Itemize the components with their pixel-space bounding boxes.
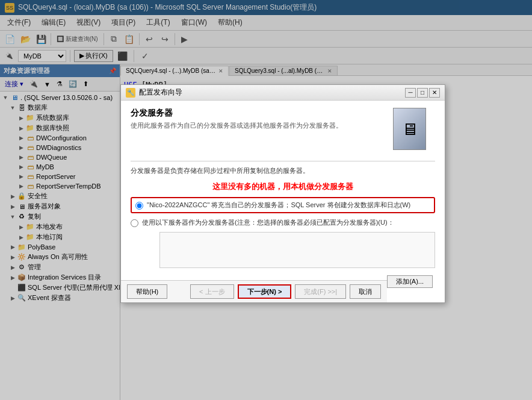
next-button[interactable]: 下一步(N) > xyxy=(238,284,292,299)
dialog-header-section: 🖥 分发服务器 使用此服务器作为自己的分发服务器或选择其他服务器作为分发服务器。 xyxy=(131,108,435,156)
dialog-section-title: 分发服务器 xyxy=(131,108,435,119)
dialog-maximize-btn[interactable]: □ xyxy=(417,88,428,98)
dialog-titlebar: 🔧 配置发布向导 ─ □ ✕ xyxy=(121,85,445,101)
dialog-window-title: 配置发布向导 xyxy=(139,87,182,98)
dialog-minimize-btn[interactable]: ─ xyxy=(405,88,416,98)
distributor-section: 添加(A)... xyxy=(145,232,435,268)
footer-left: 帮助(H) xyxy=(127,284,167,299)
footer-right: < 上一步 下一步(N) > 完成(F) >>| 取消 xyxy=(190,284,381,299)
dialog-annotation: 这里没有多的机器，用本机做分发服务器 xyxy=(131,181,435,192)
option2-radio[interactable] xyxy=(131,219,138,227)
dialog-overlay: 🔧 配置发布向导 ─ □ ✕ 🖥 分发服务器 使用此服务器作为自己的分发服务器或… xyxy=(0,0,532,400)
add-button[interactable]: 添加(A)... xyxy=(387,275,433,288)
option1-container: "Nico-2022ANZGCC" 将充当自己的分发服务器；SQL Server… xyxy=(131,197,435,213)
finish-button[interactable]: 完成(F) >>| xyxy=(295,284,346,299)
section-header: 分发服务器 使用此服务器作为自己的分发服务器或选择其他服务器作为分发服务器。 xyxy=(131,108,435,130)
option2-container: 使用以下服务器作为分发服务器(注意：您选择的服务器必须已配置为分发服务器)(U)… xyxy=(131,218,435,227)
option1-radio[interactable] xyxy=(135,202,143,210)
dialog-divider1 xyxy=(131,161,435,161)
dialog-win-buttons: ─ □ ✕ xyxy=(405,88,440,98)
distributor-listbox[interactable] xyxy=(159,232,435,268)
config-dialog: 🔧 配置发布向导 ─ □ ✕ 🖥 分发服务器 使用此服务器作为自己的分发服务器或… xyxy=(120,84,445,303)
server-illustration: 🖥 xyxy=(393,108,429,150)
option2-label: 使用以下服务器作为分发服务器(注意：您选择的服务器必须已配置为分发服务器)(U)… xyxy=(142,218,394,227)
cancel-button[interactable]: 取消 xyxy=(350,284,381,299)
dialog-section-desc: 使用此服务器作为自己的分发服务器或选择其他服务器作为分发服务器。 xyxy=(131,121,435,130)
help-button[interactable]: 帮助(H) xyxy=(127,284,167,299)
dialog-title-left: 🔧 配置发布向导 xyxy=(126,87,182,98)
dialog-close-btn[interactable]: ✕ xyxy=(429,88,440,98)
dialog-info-text: 分发服务器是负责存储在同步过程中所用复制信息的服务器。 xyxy=(131,166,435,175)
dialog-body: 🖥 分发服务器 使用此服务器作为自己的分发服务器或选择其他服务器作为分发服务器。… xyxy=(121,101,445,280)
dialog-footer: 帮助(H) < 上一步 下一步(N) > 完成(F) >>| 取消 xyxy=(121,280,387,302)
option1-label: "Nico-2022ANZGCC" 将充当自己的分发服务器；SQL Server… xyxy=(147,201,410,210)
back-button[interactable]: < 上一步 xyxy=(190,284,234,299)
dialog-icon: 🔧 xyxy=(126,88,135,98)
